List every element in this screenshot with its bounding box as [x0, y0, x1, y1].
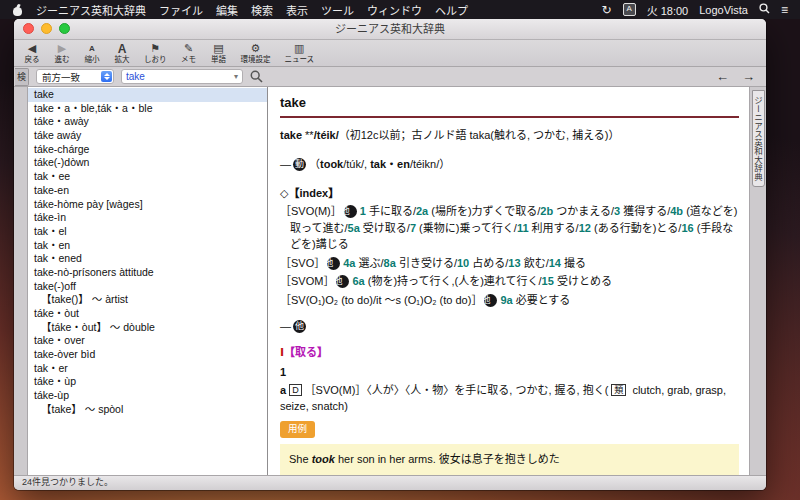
wordlist-item[interactable]: tak・el: [28, 225, 267, 239]
forward-button[interactable]: ▶ 進む: [54, 43, 70, 64]
match-mode-dropdown[interactable]: 前方一致: [36, 69, 114, 84]
toolbar-button-label: 進む: [55, 56, 70, 64]
wordlist-item[interactable]: táke・òut: [28, 307, 267, 321]
text-segment: ―: [280, 320, 291, 332]
minimize-button[interactable]: [41, 23, 52, 34]
sense-link[interactable]: 14: [549, 257, 561, 269]
wordlist-item[interactable]: táke-ùp: [28, 389, 267, 403]
text-segment: 他: [484, 294, 497, 307]
sense-link[interactable]: 2a: [416, 205, 428, 217]
wordlist-item[interactable]: 【táke・òut】 ～ dòuble: [28, 321, 267, 335]
sense-link[interactable]: 6a: [352, 275, 364, 287]
wordlist-item[interactable]: take・over: [28, 334, 267, 348]
wordlist-item[interactable]: táke・ùp: [28, 375, 267, 389]
text-segment: 【取る】: [284, 346, 328, 358]
sense-link[interactable]: 12: [579, 222, 591, 234]
apple-menu-icon[interactable]: [12, 4, 23, 16]
wordlist-item[interactable]: táke・awày: [28, 115, 267, 129]
zoom-button[interactable]: [59, 23, 70, 34]
search-panel-tab[interactable]: 検: [15, 68, 29, 86]
wordlist-item-label: tak・ee: [34, 170, 70, 182]
menu-item[interactable]: 表示: [286, 2, 308, 18]
shrink-button[interactable]: A 縮小: [84, 43, 100, 64]
toolbar-button-label: ニュース: [285, 56, 315, 64]
menu-item[interactable]: ジーニアス英和大辞典: [36, 2, 146, 18]
text-segment: 受け取る/: [360, 222, 410, 234]
toolbar-button-label: 拡大: [115, 56, 130, 64]
menu-item[interactable]: 編集: [216, 2, 238, 18]
menu-item[interactable]: ウィンドウ: [367, 2, 422, 18]
wordlist-item[interactable]: táke awáy: [28, 129, 267, 143]
enlarge-button[interactable]: A 拡大: [114, 43, 130, 64]
wordlist-item[interactable]: take-nò-prísoners àttitude: [28, 266, 267, 280]
wordlist-item[interactable]: táke-chárge: [28, 143, 267, 157]
wordlist-item[interactable]: tak・en: [28, 239, 267, 253]
notification-center-icon[interactable]: ≡: [781, 4, 788, 16]
wordlist-item[interactable]: tak・ened: [28, 252, 267, 266]
sense-link[interactable]: 16: [681, 222, 693, 234]
menu-item[interactable]: ツール: [321, 2, 354, 18]
sense-link[interactable]: 8a: [384, 257, 396, 269]
wordlist-item[interactable]: táke-hòme pày [wàges]: [28, 198, 267, 212]
wordlist-item[interactable]: táke-ìn: [28, 211, 267, 225]
news-button[interactable]: ▥ ニュース: [285, 43, 315, 64]
toolbar-button-label: 単語: [211, 56, 226, 64]
next-entry-button[interactable]: →: [742, 69, 755, 84]
combo-arrow-icon[interactable]: ▾: [234, 72, 238, 81]
menu-bar-clock[interactable]: 火 18:00: [647, 2, 689, 18]
wordlist-item-label: 【take】 ～ spòol: [41, 403, 123, 415]
preferences-button[interactable]: ⚙ 環境設定: [241, 43, 271, 64]
sense-link[interactable]: 4b: [670, 205, 683, 217]
text-segment: 他: [336, 275, 349, 288]
wordlist-item-label: take・a・ble,ták・a・ble: [34, 102, 152, 114]
sense-link[interactable]: 5a: [348, 222, 360, 234]
word-button[interactable]: ▤ 単語: [211, 43, 227, 64]
title-bar[interactable]: ジーニアス英和大辞典: [14, 19, 766, 40]
sense-link[interactable]: 4a: [343, 257, 355, 269]
bookmark-button[interactable]: ⚑ しおり: [144, 43, 167, 64]
spotlight-icon[interactable]: [759, 3, 770, 16]
text-segment: (物を)持って行く,(人を)連れて行く/: [365, 275, 542, 287]
wordlist-item-label: tak・ened: [34, 252, 82, 264]
wordlist-item[interactable]: take: [28, 88, 267, 102]
sense-link[interactable]: 10: [457, 257, 469, 269]
dictionary-tab[interactable]: ジーニアス英和大辞典: [752, 90, 765, 187]
search-input[interactable]: take ▾: [121, 69, 243, 84]
sense-link[interactable]: 13: [508, 257, 520, 269]
example-box: She took her son in her arms. 彼女は息子を抱きしめ…: [280, 444, 739, 475]
sense-link[interactable]: 11: [517, 222, 529, 234]
wordlist-item[interactable]: take(-)off: [28, 280, 267, 294]
wordlist-item[interactable]: take-en: [28, 184, 267, 198]
menu-item[interactable]: ファイル: [159, 2, 203, 18]
wordlist-item[interactable]: take-òver bìd: [28, 348, 267, 362]
wordlist-item[interactable]: tak・ee: [28, 170, 267, 184]
input-source-icon[interactable]: A: [623, 3, 636, 16]
logovista-menu-item[interactable]: LogoVista: [699, 4, 748, 16]
search-button[interactable]: [250, 70, 263, 83]
match-mode-value: 前方一致: [42, 70, 80, 84]
popup-arrows-icon: [101, 71, 112, 82]
text-segment: D: [289, 384, 302, 396]
menu-item[interactable]: ヘルプ: [435, 2, 468, 18]
sense-link[interactable]: 9a: [500, 294, 512, 306]
wordlist-item[interactable]: take・a・ble,ták・a・ble: [28, 102, 267, 116]
verb-forms-line: ―動（took/túk/, tak・en/téikn/）: [280, 156, 739, 173]
sense-link[interactable]: 15: [542, 275, 554, 287]
toolbar-button-label: メモ: [181, 56, 196, 64]
wordlist-item[interactable]: tak・er: [28, 362, 267, 376]
prev-entry-button[interactable]: ←: [716, 69, 729, 84]
menu-item[interactable]: 検索: [251, 2, 273, 18]
wordlist-item[interactable]: táke(-)dòwn: [28, 156, 267, 170]
wordlist-item[interactable]: 【take()】 ～ àrtist: [28, 293, 267, 307]
text-segment: **: [302, 129, 314, 141]
sync-icon[interactable]: ↻: [602, 4, 612, 16]
wordlist-item[interactable]: 【take】 ～ spòol: [28, 403, 267, 417]
sense-link[interactable]: 2b: [540, 205, 553, 217]
text-segment: /túk/,: [343, 158, 370, 170]
toolbar-button-icon: A: [118, 43, 127, 55]
wordlist-item-label: táke・òut: [34, 307, 79, 319]
close-button[interactable]: [23, 23, 34, 34]
memo-button[interactable]: ✎ メモ: [181, 43, 197, 64]
text-segment: 手に取る/: [366, 205, 416, 217]
back-button[interactable]: ◀ 戻る: [24, 43, 40, 64]
